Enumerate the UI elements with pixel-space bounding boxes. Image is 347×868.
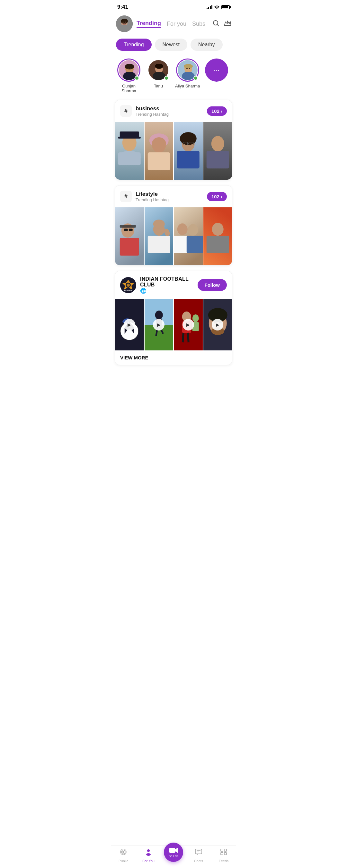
count-badge-lifestyle[interactable]: 102 › [207,192,227,201]
grid-image-lifestyle-2[interactable] [145,207,174,265]
play-button-3[interactable]: ▶ [183,319,194,331]
tab-trending[interactable]: Trending [136,20,161,28]
grid-image-lifestyle-1[interactable] [115,207,144,265]
crown-icon[interactable] [224,20,231,28]
club-globe-icon: 🌐 [140,288,147,293]
story-label-tanu: Tanu [154,84,163,88]
tab-for-you[interactable]: For you [167,21,186,27]
svg-line-9 [218,25,219,26]
wifi-icon [214,4,219,10]
story-more-button[interactable]: ··· [205,59,228,82]
filter-newest[interactable]: Newest [155,38,187,51]
hashtag-card-business: # business Trending Hashtag 102 › [115,100,232,180]
battery-icon [221,5,230,9]
status-icons [207,4,230,10]
svg-point-62 [153,220,164,228]
svg-point-41 [152,137,166,150]
svg-rect-39 [148,152,170,170]
hashtag-name-lifestyle: Lifestyle [135,191,203,197]
svg-rect-63 [148,236,170,253]
svg-point-20 [157,68,158,69]
play-button-1[interactable]: ▶ [124,319,135,331]
svg-point-66 [177,223,188,235]
svg-point-13 [125,64,134,69]
story-more-item[interactable]: ··· [205,59,228,84]
svg-point-96 [192,314,199,322]
grid-image-3[interactable] [174,122,203,180]
story-item-tanu[interactable]: Tanu [147,59,170,88]
play-button-2[interactable]: ▶ [153,319,164,331]
svg-point-3 [121,19,128,24]
video-thumb-1[interactable]: ▶ [115,299,144,350]
svg-point-19 [155,64,163,69]
story-item-gunjan[interactable]: Gunjan Sharma [116,59,142,93]
svg-rect-57 [120,225,136,227]
story-row: Gunjan Sharma Tanu [111,56,236,100]
svg-point-25 [184,64,193,68]
grid-image-4[interactable] [203,122,232,180]
story-item-aliya[interactable]: Aliya Sharma [175,59,200,88]
club-logo: RAMPAGE [120,277,136,293]
header-icons [212,20,231,28]
tab-subs[interactable]: Subs [192,21,205,27]
svg-rect-46 [177,151,199,168]
video-grid: ▶ ▶ [115,299,232,350]
svg-rect-58 [124,228,128,231]
svg-point-26 [186,68,188,69]
video-thumb-2[interactable]: ▶ [145,299,174,350]
club-header: RAMPAGE INDIAN FOOTBALL CLUB 🌐 Follow [115,271,232,299]
search-icon[interactable] [212,20,219,28]
image-grid-business [115,122,232,180]
svg-rect-32 [118,136,141,138]
filter-trending[interactable]: Trending [116,38,152,51]
hashtag-header-business: # business Trending Hashtag 102 › [115,100,232,122]
svg-rect-34 [118,152,141,165]
svg-point-87 [155,311,163,319]
header: Trending For you Subs [111,13,236,36]
hashtag-header-lifestyle: # Lifestyle Trending Hashtag 102 › [115,186,232,207]
svg-point-52 [211,136,224,151]
svg-line-94 [183,333,184,342]
grid-image-2[interactable] [145,122,174,180]
svg-rect-69 [187,236,203,253]
image-grid-lifestyle [115,207,232,265]
status-bar: 9:41 [111,0,236,13]
club-name: INDIAN FOOTBALL CLUB [140,276,194,288]
hashtag-sub-lifestyle: Trending Hashtag [135,197,203,202]
follow-button[interactable]: Follow [198,279,227,291]
grid-image-lifestyle-4[interactable] [203,207,232,265]
online-indicator [135,76,139,81]
club-card: RAMPAGE INDIAN FOOTBALL CLUB 🌐 Follow ▶ [115,271,232,365]
filter-nearby[interactable]: Nearby [191,38,223,51]
story-avatar-wrap [117,59,140,82]
svg-point-45 [180,132,197,145]
video-thumb-3[interactable]: ▶ [174,299,203,350]
avatar[interactable] [116,16,133,32]
svg-point-76 [127,283,130,287]
svg-rect-72 [206,236,229,253]
view-more-button[interactable]: VIEW MORE [115,350,232,365]
online-indicator-tanu [164,76,169,81]
grid-image-lifestyle-3[interactable] [174,207,203,265]
hashtag-sub-business: Trending Hashtag [135,112,203,117]
play-button-4[interactable]: ▶ [212,319,223,331]
status-time: 9:41 [117,4,128,10]
club-info: INDIAN FOOTBALL CLUB 🌐 [140,276,194,294]
hashtag-info-lifestyle: Lifestyle Trending Hashtag [135,191,203,202]
filter-tabs: Trending Newest Nearby [111,36,236,56]
grid-image-1[interactable] [115,122,144,180]
svg-point-2 [120,25,129,31]
hash-icon-lifestyle: # [120,191,132,202]
svg-point-27 [189,68,190,69]
svg-point-5 [122,22,124,23]
hash-icon: # [120,105,132,117]
svg-point-6 [125,22,126,23]
count-badge-business[interactable]: 102 › [207,106,227,116]
svg-point-14 [128,68,129,69]
svg-rect-68 [174,236,188,253]
svg-point-21 [160,68,161,69]
video-thumb-4[interactable]: ▶ [203,299,232,350]
svg-point-7 [123,24,126,25]
svg-text:RAMPAGE: RAMPAGE [124,289,132,291]
story-avatar-wrap-tanu [147,59,170,82]
